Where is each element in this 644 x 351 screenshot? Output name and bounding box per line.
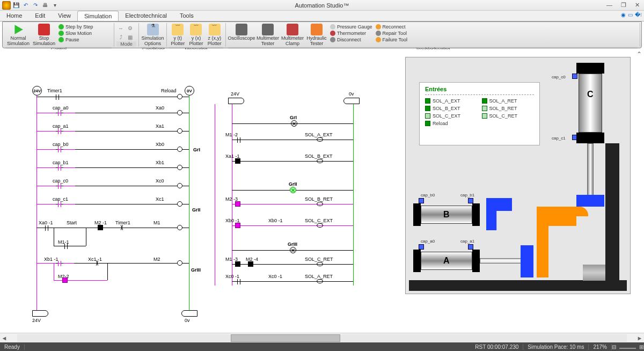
scroll-right-icon[interactable]: ► [635,335,644,341]
contact-xb1-1[interactable] [56,261,63,266]
diagram-canvas[interactable]: ⌃ 24V 0V Timer1 Reload cap_a0 Xa0 cap_a1… [0,49,644,333]
contact-xc1-nc[interactable] [94,260,100,266]
lbl: SOL_A_RET [305,274,333,279]
wire [54,246,86,246]
grafcet-rail-left [215,104,215,286]
oscilloscope-button[interactable]: Oscilloscope [228,24,255,41]
zoom-slider[interactable]: ⊟ ⊞ [612,344,644,350]
quick-access-toolbar: 💾 ↶ ↷ 🖶 ▾ [0,1,61,10]
options-icon[interactable]: �⁝ [635,12,642,18]
mode-icon-4[interactable]: ▦ [126,33,134,41]
lbl-grii: GrII [192,207,201,213]
h-scrollbar[interactable]: ◄ ► [0,333,644,342]
coil-Xc1 [177,201,182,207]
maximize-button[interactable]: ❐ [619,2,628,9]
status-zoom[interactable]: 217% [589,344,612,350]
stop-simulation-button[interactable]: Stop Simulation [32,24,56,47]
tool-c [576,195,604,207]
close-button[interactable]: ✕ [633,2,642,9]
mode-icon-1[interactable]: ↔ [116,24,125,32]
coil-m1 [177,225,182,230]
zxy-plotter-button[interactable]: 〰z (x,y) Plotter [206,24,223,47]
lbl: 0v [349,91,354,97]
scroll-left-icon[interactable]: ◄ [0,335,9,341]
pause-button[interactable]: Pause [57,36,94,43]
mode-icon-2[interactable]: ⚙ [126,24,134,32]
failure-tool-button[interactable]: Failure Tool [375,36,408,43]
tab-electrotechnical[interactable]: Electrotechnical [119,11,173,21]
reconnect-button[interactable]: Reconnect [375,24,408,30]
lbl: Xc0 [156,178,164,184]
lbl: 24V [231,91,239,97]
tab-home[interactable]: Home [0,11,28,21]
lbl: cap_a1 [460,239,474,244]
normal-simulation-button[interactable]: Normal Simulation [6,24,31,47]
contact-timer1[interactable] [54,94,61,100]
scroll-thumb[interactable] [231,334,340,342]
minimize-button[interactable]: — [604,2,614,9]
mode-icon-3[interactable]: ⤴ [116,33,125,41]
ribbon-group-conditions: ⚗Simulation Options Conditions [139,23,167,47]
start-switch[interactable] [68,225,73,230]
contact-cap_a1[interactable] [56,129,63,134]
contact-Xc0 -1[interactable] [235,279,243,284]
window-title: Automation Studio™ [295,2,349,9]
lbl: Start [67,220,77,225]
tool-a [521,245,533,277]
entree-Reload: Reload [425,121,478,126]
contact-M2 -3[interactable] [235,201,240,207]
wire [232,140,353,140]
tab-simulation[interactable]: Simulation [77,11,119,21]
yx-plotter-button[interactable]: 〰y (x) Plotter [187,24,204,47]
save-icon[interactable]: 💾 [12,1,20,10]
contact-cap_b1[interactable] [56,165,63,171]
collapse-ribbon-icon[interactable]: ▭ [628,12,633,18]
multimeter-button[interactable]: Multimeter Tester [256,24,280,47]
settings-icon[interactable]: ▾ [50,1,59,10]
print-icon[interactable]: 🖶 [41,1,49,10]
tab-view[interactable]: View [52,11,77,21]
hydraulic-tester-button[interactable]: Hydraulic Tester [305,24,328,47]
scroll-track[interactable] [17,334,627,342]
contact-m1-1[interactable] [62,244,70,249]
redo-icon[interactable]: ↷ [31,1,40,10]
cap [576,63,604,74]
help-icon[interactable]: ◉ [621,12,626,18]
cylinder-c[interactable] [579,74,602,133]
contact-M1 -3[interactable] [235,261,240,267]
lbl-reload: Reload [161,88,177,93]
contact-M1 -2[interactable] [235,137,243,143]
entree-SOL_C_EXT: SOL_C_EXT [425,113,478,119]
step-button[interactable]: Step by Step [57,24,94,30]
contact-m2-1[interactable] [98,225,103,230]
thermometer-button[interactable]: Thermometer [329,30,374,36]
yt-plotter-button[interactable]: 〰y (t) Plotter [169,24,186,47]
collapse-chevron-icon[interactable]: ⌃ [636,50,642,58]
contact-cap_a0[interactable] [56,111,63,116]
contact-cap_c0[interactable] [56,184,63,189]
contact-timer-nc[interactable] [119,225,125,230]
tab-tools[interactable]: Tools [173,11,200,21]
sol-SOL_A_EXT [317,137,323,142]
lbl: GrII [289,181,297,187]
contact-Xa1 -1[interactable] [235,158,240,164]
clamp-button[interactable]: Multimeter Clamp [281,24,304,47]
tab-edit[interactable]: Edit [28,11,52,21]
undo-icon[interactable]: ↶ [21,1,30,10]
slow-motion-button[interactable]: Slow Motion [57,30,94,36]
coil-m2 [177,260,182,266]
disconnect-button[interactable]: Disconnect [329,36,374,43]
contact-cap_b0[interactable] [56,147,63,152]
pressure-gauge-button[interactable]: Pressure Gauge [329,24,374,30]
simulation-options-button[interactable]: ⚗Simulation Options [141,24,164,47]
contact-m2-2[interactable] [62,277,68,283]
contact-xa0[interactable] [43,225,50,231]
sensor-cap-a1 [468,244,473,250]
title-bar: 💾 ↶ ↷ 🖶 ▾ Automation Studio™ — ❐ ✕ [0,0,644,11]
contact-Xb0 -1[interactable] [235,223,240,228]
wire [54,263,54,280]
app-icon[interactable] [2,1,11,10]
repair-tool-button[interactable]: Repair Tool [375,30,408,36]
contact-cap_c1[interactable] [56,202,63,207]
contact[interactable] [248,261,253,267]
